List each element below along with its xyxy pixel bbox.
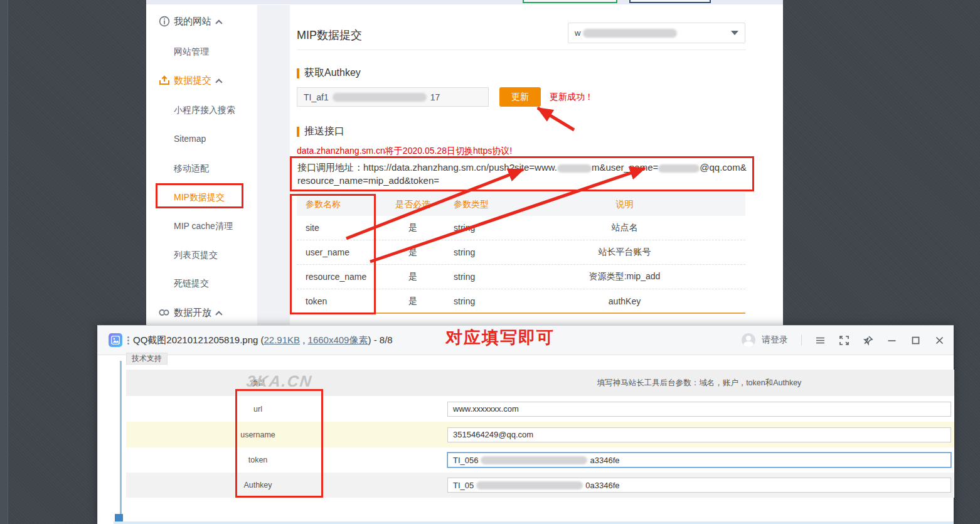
sidebar-item-my-website[interactable]: 我的网站 xyxy=(174,15,223,28)
dropdown-caret-icon xyxy=(731,31,738,35)
screenshot-left-accent xyxy=(120,361,122,518)
param-column-annotation-box xyxy=(290,194,376,314)
file-size-link[interactable]: 22.91KB xyxy=(264,334,301,345)
image-viewer-window: QQ截图20210121205819.png (22.91KB , 1660x4… xyxy=(97,325,954,524)
masked-authkey-value xyxy=(476,481,583,489)
sidebar-item-label: 我的网站 xyxy=(174,16,211,26)
drag-dots-icon xyxy=(127,336,129,345)
masked-authkey xyxy=(333,93,427,102)
masked-token xyxy=(481,456,587,464)
sidebar: 我的网站 网站管理 数据提交 小程序接入搜索 Sitemap 移动适配 MIP数… xyxy=(146,5,257,325)
sidebar-item-mobile-adapt[interactable]: 移动适配 xyxy=(174,162,209,174)
token-field[interactable]: TI_056 a3346fe xyxy=(447,452,951,468)
sidebar-item-mip-cache-clean[interactable]: MIP cache清理 xyxy=(174,220,233,232)
push-api-section-title: 推送接口 xyxy=(297,125,344,138)
sidebar-item-label: 小程序接入搜索 xyxy=(174,105,235,115)
authkey-section-title: 获取Authkey xyxy=(297,67,361,80)
masked-username xyxy=(658,164,700,173)
form-labels-annotation-box xyxy=(235,389,323,498)
tech-support-tab[interactable]: 技术支持 xyxy=(126,353,168,365)
titlebar-divider xyxy=(801,334,802,346)
api-url-annotation-box: 接口调用地址：https://data.zhanzhang.sm.cn/push… xyxy=(290,156,754,191)
col-header-type: 参数类型 xyxy=(435,199,504,210)
masked-domain xyxy=(557,164,592,173)
sidebar-item-label: 列表页提交 xyxy=(174,250,218,260)
sidebar-item-dead-link-submit[interactable]: 死链提交 xyxy=(174,277,209,289)
sidebar-item-data-open[interactable]: 数据开放 xyxy=(174,306,223,319)
site-selector-dropdown[interactable]: w xyxy=(568,23,745,43)
image-viewer-app-icon xyxy=(109,333,122,347)
info-circle-icon xyxy=(159,16,170,27)
authkey-suffix: 17 xyxy=(430,92,440,102)
api-url-part: m&user_name= xyxy=(592,162,658,173)
sidebar-item-miniprogram-search[interactable]: 小程序接入搜索 xyxy=(174,104,235,116)
api-url-part: 接口调用地址：https://data.zhanzhang.sm.cn/push… xyxy=(297,162,557,173)
mip-menu-annotation-box xyxy=(156,183,243,208)
screen-left-edge xyxy=(0,0,8,524)
url-field[interactable]: www.xxxxxxx.com xyxy=(447,402,951,417)
col-header-required: 是否必选 xyxy=(391,199,435,210)
viewer-filename: QQ截图20210121205819.png (22.91KB , 1660x4… xyxy=(133,334,393,346)
chevron-up-icon xyxy=(215,311,222,318)
minimize-icon[interactable] xyxy=(887,335,897,346)
https-switch-warning: data.zhanzhang.sm.cn将于2020.05.28日切换https… xyxy=(297,146,512,157)
sidebar-item-label: MIP cache清理 xyxy=(174,221,233,231)
fill-in-hint-annotation: 对应填写即可 xyxy=(445,326,555,349)
sidebar-item-sitemap[interactable]: Sitemap xyxy=(174,132,206,145)
sidebar-item-site-management[interactable]: 网站管理 xyxy=(174,45,209,58)
authkey-field[interactable]: TI_05 0a3346fe xyxy=(447,478,951,493)
sidebar-item-label: Sitemap xyxy=(174,134,206,144)
fullscreen-icon[interactable] xyxy=(839,335,850,346)
page-title: MIP数据提交 xyxy=(297,28,362,43)
sidebar-item-data-submit[interactable]: 数据提交 xyxy=(174,74,223,87)
dimensions-link[interactable]: 1660x409像素 xyxy=(308,334,368,345)
form-instructions: 填写神马站长工具后台参数：域名，账户，token和Authkey xyxy=(447,378,951,388)
sidebar-item-label: 死链提交 xyxy=(174,278,209,288)
viewer-bottom-strip xyxy=(114,521,954,524)
sidebar-item-label: 移动适配 xyxy=(174,163,209,173)
update-button[interactable]: 更新 xyxy=(499,87,541,107)
cropped-green-button-fragment xyxy=(523,0,617,3)
chevron-up-icon xyxy=(215,78,222,85)
close-icon[interactable] xyxy=(934,335,945,346)
authkey-input[interactable]: TI_af1 17 xyxy=(297,87,489,107)
authkey-prefix: TI_af1 xyxy=(304,92,329,102)
pin-icon[interactable] xyxy=(863,335,873,346)
chevron-up-icon xyxy=(215,19,222,26)
username-field[interactable]: 3515464249@qq.com xyxy=(447,427,951,442)
site-selector-value: w xyxy=(575,28,580,38)
sidebar-item-label: 网站管理 xyxy=(174,46,209,56)
cropped-blue-button-fragment xyxy=(629,0,711,3)
maximize-icon[interactable] xyxy=(910,335,921,346)
menu-icon[interactable] xyxy=(815,335,826,346)
login-button[interactable]: 请登录 xyxy=(762,334,788,346)
update-success-message: 更新成功！ xyxy=(550,92,594,103)
col-header-description: 说明 xyxy=(504,199,745,210)
sidebar-item-label: 数据开放 xyxy=(174,307,211,318)
sidebar-content-gap xyxy=(257,5,290,325)
watermark-text: 3KA.CN xyxy=(245,372,313,390)
header-divider xyxy=(297,50,746,50)
sidebar-item-label: 数据提交 xyxy=(174,75,211,85)
upload-icon xyxy=(159,75,170,86)
sidebar-item-list-page-submit[interactable]: 列表页提交 xyxy=(174,249,218,261)
user-avatar-icon[interactable] xyxy=(742,333,755,347)
masked-site-name xyxy=(583,29,677,38)
link-icon xyxy=(159,307,170,318)
